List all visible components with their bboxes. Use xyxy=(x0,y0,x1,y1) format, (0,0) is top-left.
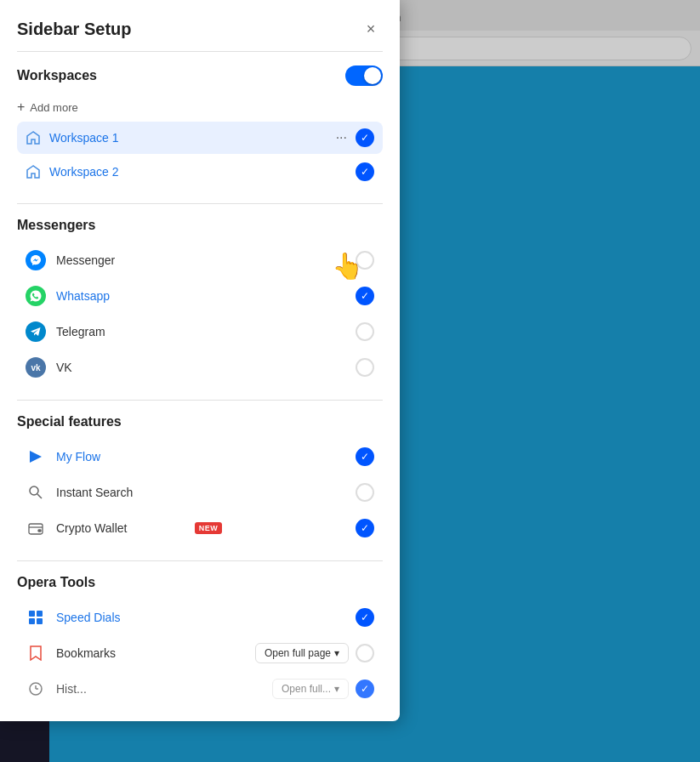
instant-search-checkbox[interactable] xyxy=(356,483,374,502)
workspace-1-label: Workspace 1 xyxy=(49,131,333,145)
svg-rect-28 xyxy=(37,618,43,624)
whatsapp-app-icon xyxy=(26,286,46,306)
bookmarks-dropdown-chevron-icon: ▾ xyxy=(334,647,339,659)
messengers-title: Messengers xyxy=(17,218,96,233)
telegram-row[interactable]: Telegram xyxy=(17,315,383,349)
crypto-wallet-row[interactable]: Crypto Wallet NEW ✓ xyxy=(17,511,383,545)
add-more-button[interactable]: + Add more xyxy=(17,96,383,118)
history-row[interactable]: Hist... Open full... ▾ ✓ xyxy=(17,672,383,706)
vk-app-icon: vk xyxy=(26,357,46,378)
crypto-wallet-label: Crypto Wallet xyxy=(56,521,190,535)
opera-tools-section: Opera Tools Speed Dials ✓ Bookm xyxy=(0,561,400,721)
messenger-app-icon xyxy=(26,250,46,270)
history-dropdown-chevron-icon: ▾ xyxy=(334,683,339,695)
speed-dials-label: Speed Dials xyxy=(56,611,356,624)
crypto-feature-icon xyxy=(26,518,46,538)
workspace-2-checkbox[interactable]: ✓ xyxy=(356,162,374,181)
workspace-2-label: Workspace 2 xyxy=(49,165,356,179)
special-features-header: Special features xyxy=(17,414,383,429)
whatsapp-label: Whatsapp xyxy=(56,289,356,303)
my-flow-row[interactable]: My Flow ✓ xyxy=(17,440,383,474)
my-flow-checkbox[interactable]: ✓ xyxy=(356,447,374,466)
flow-feature-icon xyxy=(26,446,46,467)
add-more-label: Add more xyxy=(30,101,77,114)
messenger-label: Messenger xyxy=(56,253,356,267)
vk-checkbox[interactable] xyxy=(356,358,374,377)
history-checkbox[interactable]: ✓ xyxy=(356,680,374,698)
history-dropdown-label: Open full... xyxy=(282,683,331,695)
workspace-2-actions: ✓ xyxy=(356,162,374,181)
whatsapp-checkbox[interactable]: ✓ xyxy=(356,287,374,305)
workspaces-header: Workspaces xyxy=(17,65,383,86)
speed-dials-checkbox[interactable]: ✓ xyxy=(356,608,374,627)
crypto-wallet-checkbox[interactable]: ✓ xyxy=(356,519,374,537)
telegram-label: Telegram xyxy=(56,325,356,338)
svg-marker-20 xyxy=(30,451,42,463)
telegram-app-icon xyxy=(26,321,46,342)
sidebar-setup-panel: Sidebar Setup × Workspaces + Add more Wo… xyxy=(0,0,400,721)
workspace-2-icon xyxy=(26,164,41,179)
special-features-title: Special features xyxy=(17,414,122,429)
whatsapp-row[interactable]: Whatsapp ✓ xyxy=(17,279,383,313)
panel-header: Sidebar Setup × xyxy=(0,0,400,51)
close-button[interactable]: × xyxy=(359,17,383,41)
bookmarks-label: Bookmarks xyxy=(56,646,255,660)
svg-rect-24 xyxy=(38,530,41,532)
add-icon: + xyxy=(17,100,25,115)
workspace-1-icon xyxy=(26,130,41,145)
bookmarks-row[interactable]: Bookmarks Open full page ▾ xyxy=(17,636,383,670)
special-features-section: Special features My Flow ✓ Instant Searc… xyxy=(0,401,400,560)
svg-point-21 xyxy=(30,486,38,495)
bookmarks-checkbox[interactable] xyxy=(356,644,374,662)
messenger-checkbox[interactable] xyxy=(356,251,374,270)
crypto-new-badge: NEW xyxy=(195,522,223,534)
svg-rect-23 xyxy=(29,524,43,534)
panel-title: Sidebar Setup xyxy=(17,20,131,39)
vk-row[interactable]: vk VK xyxy=(17,350,383,384)
bookmarks-dropdown-label: Open full page xyxy=(265,647,331,659)
workspace-item-2[interactable]: Workspace 2 ✓ xyxy=(17,156,383,188)
workspace-1-menu-button[interactable]: ··· xyxy=(333,128,350,147)
bookmarks-dropdown[interactable]: Open full page ▾ xyxy=(255,643,349,663)
telegram-checkbox[interactable] xyxy=(356,322,374,341)
svg-rect-27 xyxy=(29,618,35,624)
history-dropdown[interactable]: Open full... ▾ xyxy=(272,679,349,699)
svg-rect-25 xyxy=(29,611,35,617)
workspaces-title: Workspaces xyxy=(17,68,97,83)
instant-search-label: Instant Search xyxy=(56,486,356,499)
opera-tools-title: Opera Tools xyxy=(17,575,95,590)
speed-dials-row[interactable]: Speed Dials ✓ xyxy=(17,600,383,634)
bookmarks-tool-icon xyxy=(26,643,46,663)
workspaces-section: Workspaces + Add more Workspace 1 ··· ✓ xyxy=(0,52,400,203)
search-feature-icon xyxy=(26,482,46,503)
workspaces-toggle[interactable] xyxy=(345,65,383,86)
history-tool-icon xyxy=(26,679,46,699)
workspace-1-checkbox[interactable]: ✓ xyxy=(356,128,374,147)
messenger-row[interactable]: Messenger xyxy=(17,243,383,277)
opera-tools-header: Opera Tools xyxy=(17,575,383,590)
workspace-item-1[interactable]: Workspace 1 ··· ✓ xyxy=(17,122,383,154)
speed-dials-icon xyxy=(26,607,46,628)
history-label: Hist... xyxy=(56,682,272,696)
my-flow-label: My Flow xyxy=(56,450,356,463)
svg-line-22 xyxy=(37,494,42,498)
instant-search-row[interactable]: Instant Search xyxy=(17,475,383,509)
messengers-header: Messengers xyxy=(17,218,383,233)
toggle-knob xyxy=(364,67,381,84)
messengers-section: Messengers Messenger Whatsapp ✓ Telegram xyxy=(0,204,400,400)
close-icon: × xyxy=(367,20,376,38)
vk-label: VK xyxy=(56,361,356,374)
workspace-1-actions: ··· ✓ xyxy=(333,128,374,147)
svg-rect-26 xyxy=(37,611,43,617)
